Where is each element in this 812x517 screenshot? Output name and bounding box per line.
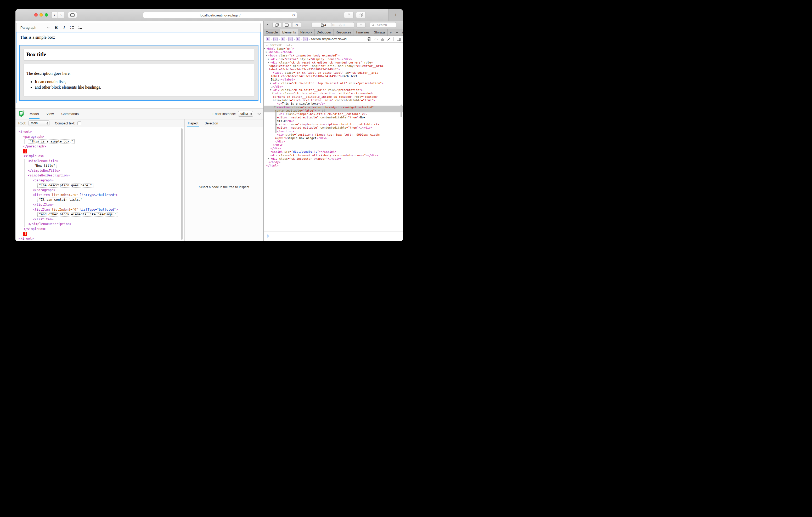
dom-tree-line[interactable]: <label class="ck ck-label ck-voice-label…: [264, 71, 403, 74]
tab-overview-button[interactable]: [356, 12, 366, 18]
settings-gear-icon[interactable]: ⚙: [400, 29, 403, 35]
devtools-search-field[interactable]: Search: [370, 22, 396, 28]
model-tree-line[interactable]: <simpleBox>: [16, 154, 184, 159]
dom-tree-line[interactable]: title</h1>: [264, 119, 403, 123]
model-tree-line[interactable]: </listItem>: [16, 217, 184, 222]
resource-status-button[interactable]: 4 0 0: [312, 22, 354, 28]
dom-tree-line[interactable]: ▶<div class="ck ck-editor__top ck-reset_…: [264, 82, 403, 85]
simple-box-widget[interactable]: Box title The description goes here. It …: [19, 45, 258, 101]
dom-tree-line[interactable]: aria-label="Rich Text Editor, main" cont…: [264, 98, 403, 102]
model-tree-line[interactable]: <paragraph>: [16, 178, 184, 183]
model-tree-line[interactable]: </simpleBoxTitle>: [16, 168, 184, 173]
dom-tree-line[interactable]: label_e63cbbfece34c53ce23501062343f49b8"…: [264, 68, 403, 71]
reload-icon[interactable]: ↻: [292, 13, 295, 17]
devtools-tab-storage[interactable]: Storage: [372, 29, 388, 35]
model-tree-scrollbar[interactable]: [181, 128, 182, 240]
breadcrumb-element-badge[interactable]: E: [288, 37, 293, 41]
dom-tree-line[interactable]: ▼<div class="ck ck-content ck-editor__ed…: [264, 92, 403, 95]
details-sidebar-icon[interactable]: [397, 38, 401, 41]
model-tree-line[interactable]: <paragraph>: [16, 134, 184, 139]
new-tab-button[interactable]: +: [388, 9, 403, 21]
simple-box-title[interactable]: Box title: [24, 49, 254, 61]
model-tree-line[interactable]: "The description goes here.": [16, 183, 184, 188]
inspector-tab-view[interactable]: View: [46, 109, 54, 119]
list-item[interactable]: It can contain lists,: [35, 80, 254, 84]
minimize-window-button[interactable]: [39, 13, 43, 17]
model-tree-line[interactable]: </paragraph>: [16, 188, 184, 193]
dom-tree-line[interactable]: <div style="position: fixed; top: 0px; l…: [264, 133, 403, 136]
collapse-inspector-icon[interactable]: [257, 112, 261, 115]
model-tree-line[interactable]: <$root>: [16, 129, 184, 134]
forward-button[interactable]: ›: [58, 12, 64, 18]
model-tree-line[interactable]: </simpleBoxDescription>: [16, 222, 184, 226]
breadcrumb-element-badge[interactable]: E: [281, 37, 285, 41]
model-tree-line[interactable]: [: [16, 149, 184, 154]
breadcrumb-element-badge[interactable]: E: [273, 37, 278, 41]
root-select[interactable]: main: [29, 121, 50, 126]
dom-tree-line[interactable]: <!DOCTYPE html>: [264, 44, 403, 47]
close-window-button[interactable]: [34, 13, 38, 17]
inspector-tab-model[interactable]: Model: [30, 109, 39, 119]
model-tree-line[interactable]: <simpleBoxDescription>: [16, 173, 184, 178]
dom-tree-line[interactable]: ▶<div class="simple-box-description ck-e…: [264, 123, 403, 126]
share-button[interactable]: [344, 12, 354, 18]
dom-tree-line[interactable]: label_e63cbbfece34c53ce23501062343f49b8"…: [264, 74, 403, 78]
model-tree-line[interactable]: ]: [16, 231, 184, 236]
dom-tree-line[interactable]: </html>: [264, 164, 403, 167]
model-tree-line[interactable]: <listItem listIndent="0" listType="bulle…: [16, 193, 184, 197]
numbered-list-button[interactable]: 1 2: [68, 24, 75, 31]
sidebar-toggle-button[interactable]: [68, 12, 77, 18]
add-tab-button[interactable]: +: [394, 29, 400, 35]
dom-tree-line[interactable]: ▼<body class="ck-inspector-body-expanded…: [264, 54, 403, 57]
simple-box-description[interactable]: The description goes here. It can contai…: [24, 64, 254, 96]
devtools-tab-resources[interactable]: Resources: [333, 29, 353, 35]
compact-text-checkbox[interactable]: [78, 121, 81, 125]
dom-tree-line[interactable]: <p>This is a simple box:</p>: [264, 102, 403, 105]
dom-tree-line[interactable]: editor__nested-editable" contenteditable…: [264, 126, 403, 129]
inspector-tab-selection[interactable]: Selection: [205, 119, 218, 127]
devtools-tab-debugger[interactable]: Debugger: [314, 29, 333, 35]
dock-bottom-button[interactable]: [282, 22, 291, 28]
model-tree-line[interactable]: </listItem>: [16, 202, 184, 207]
model-tree-line[interactable]: "This is a simple box:": [16, 139, 184, 144]
model-tree-line[interactable]: <listItem listIndent="0" listType="bulle…: [16, 207, 184, 212]
dom-tree-line[interactable]: <h1 class="simple-box-title ck-editor__e…: [264, 112, 403, 116]
italic-button[interactable]: I: [61, 24, 67, 31]
dom-tree-line[interactable]: </section>: [264, 130, 403, 133]
model-tree-line[interactable]: "and other block elements like headings.…: [16, 212, 184, 217]
dom-tree-line[interactable]: corners ck-editor__editable_inline ck-fo…: [264, 95, 403, 98]
dom-tree-line[interactable]: ▶<head>…</head>: [264, 51, 403, 54]
dom-tree-line[interactable]: ▼<html lang="en">: [264, 47, 403, 51]
rich-text-editable[interactable]: This is a simple box: Box title The desc…: [16, 32, 261, 103]
show-source-icon[interactable]: [374, 38, 378, 40]
dom-tree-line[interactable]: ▶<div class="ck-inspector-wrapper">…</di…: [264, 157, 403, 160]
paragraph-dropdown[interactable]: Paragraph: [21, 26, 49, 30]
dom-tree-line[interactable]: ▼<div class="ck ck-reset ck-editor ck-ro…: [264, 61, 403, 64]
dom-tree-line[interactable]: <script src="dist/bundle.js"></script>: [264, 150, 403, 153]
layout-grid-icon[interactable]: [381, 38, 384, 41]
quick-console[interactable]: [264, 232, 403, 241]
dom-tree-line[interactable]: …</div>: [264, 85, 403, 88]
model-tree-line[interactable]: </$root>: [16, 236, 184, 241]
print-icon[interactable]: [368, 37, 371, 41]
devtools-tab-console[interactable]: Console: [264, 29, 280, 35]
force-appearance-icon[interactable]: [387, 37, 390, 41]
dom-tree-line[interactable]: editor__nested-editable" contenteditable…: [264, 116, 403, 119]
breadcrumb-current-node[interactable]: section.simple-box.ck-wid…: [311, 37, 350, 41]
editor-paragraph[interactable]: This is a simple box:: [20, 35, 55, 40]
inspector-tab-inspect[interactable]: Inspect: [188, 119, 198, 127]
model-tree-line[interactable]: <simpleBoxTitle>: [16, 159, 184, 163]
inspector-tab-commands[interactable]: Commands: [61, 109, 79, 119]
dom-tree-line[interactable]: "application" dir="ltr" lang="en" aria-l…: [264, 64, 403, 68]
back-button[interactable]: ‹: [51, 12, 58, 18]
breadcrumb-element-badge[interactable]: E: [266, 37, 270, 41]
dom-tree-line[interactable]: </div>: [264, 147, 403, 150]
dom-tree-line[interactable]: </div>: [264, 140, 403, 143]
reload-page-button[interactable]: ↻: [292, 22, 301, 28]
breadcrumb-element-badge[interactable]: E: [296, 37, 300, 41]
dom-tree-line[interactable]: ▼<div class="ck ck-editor__main" role="p…: [264, 88, 403, 92]
model-tree-line[interactable]: "It can contain lists,": [16, 197, 184, 202]
dom-tree-line[interactable]: </body>: [264, 160, 403, 164]
address-bar[interactable]: localhost/creating-a-plugin/ ↻: [143, 12, 297, 18]
close-devtools-icon[interactable]: ×: [266, 22, 269, 27]
